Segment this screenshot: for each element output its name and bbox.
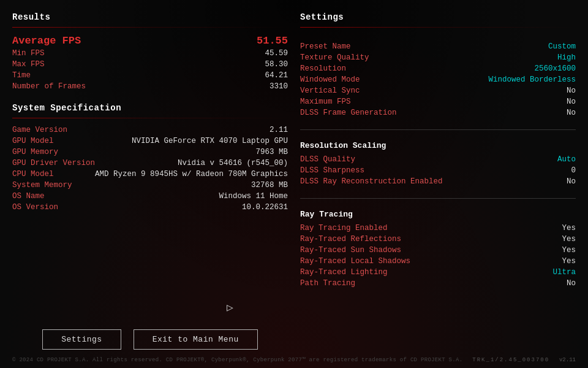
preset-label: DLSS Frame Generation xyxy=(300,109,397,117)
resolution-label: DLSS Quality xyxy=(300,155,355,164)
system-value: 2.11 xyxy=(270,126,288,134)
right-panel: Settings Preset Name Custom Texture Qual… xyxy=(300,12,576,362)
preset-value: Custom xyxy=(548,42,576,51)
preset-label: Windowed Mode xyxy=(300,75,360,84)
system-row: OS Version 10.0.22631 xyxy=(12,202,288,213)
result-row: Min FPS 45.59 xyxy=(12,48,288,59)
system-value: 10.0.22631 xyxy=(242,203,288,212)
exit-button[interactable]: Exit to Main Menu xyxy=(134,329,258,350)
raytracing-label: Ray Tracing Enabled xyxy=(300,224,388,232)
result-row: Max FPS 58.30 xyxy=(12,59,288,70)
raytracing-label: Ray-Traced Sun Shadows xyxy=(300,246,401,255)
result-value: 58.30 xyxy=(265,60,288,69)
system-row: CPU Model AMD Ryzen 9 8945HS w/ Radeon 7… xyxy=(12,169,288,180)
resolution-row: DLSS Sharpness 0 xyxy=(300,165,576,176)
system-row: OS Name Windows 11 Home xyxy=(12,191,288,202)
system-label: GPU Memory xyxy=(12,148,58,156)
system-label: Game Version xyxy=(12,126,67,134)
preset-row: Windowed Mode Windowed Borderless xyxy=(300,74,576,85)
result-label: Number of Frames xyxy=(12,82,86,91)
system-value: 7963 MB xyxy=(255,148,288,156)
resolution-label: DLSS Sharpness xyxy=(300,166,364,175)
resolution-label: DLSS Ray Reconstruction Enabled xyxy=(300,177,443,186)
settings-title: Settings xyxy=(300,12,576,22)
results-section: Results Average FPS 51.55 Min FPS 45.59 … xyxy=(12,12,288,92)
buttons-row: Settings Exit to Main Menu xyxy=(12,329,288,362)
preset-row: Maximum FPS No xyxy=(300,96,576,107)
resolution-value: Auto xyxy=(557,155,576,164)
system-label: CPU Model xyxy=(12,170,54,178)
preset-label: Preset Name xyxy=(300,42,351,51)
raytracing-value: Ultra xyxy=(552,268,576,277)
system-section: System Specification Game Version 2.11 G… xyxy=(12,103,288,213)
raytracing-row: Ray Tracing Enabled Yes xyxy=(300,223,576,234)
preset-row: Resolution 2560x1600 xyxy=(300,63,576,74)
results-title: Results xyxy=(12,12,288,22)
raytracing-label: Ray-Traced Reflections xyxy=(300,235,401,243)
results-rows: Min FPS 45.59 Max FPS 58.30 Time 64.21 N… xyxy=(12,48,288,92)
raytracing-row: Ray-Traced Local Shadows Yes xyxy=(300,256,576,267)
average-fps-row: Average FPS 51.55 xyxy=(12,34,288,48)
preset-row: Vertical Sync No xyxy=(300,85,576,96)
preset-value: High xyxy=(557,53,576,62)
preset-row: DLSS Frame Generation No xyxy=(300,107,576,118)
system-value: 32768 MB xyxy=(251,181,288,190)
resolution-scaling-section: Resolution Scaling DLSS Quality Auto DLS… xyxy=(300,141,576,187)
preset-label: Maximum FPS xyxy=(300,98,351,106)
system-label: OS Version xyxy=(12,203,58,212)
average-fps-value: 51.55 xyxy=(257,35,288,47)
preset-label: Vertical Sync xyxy=(300,86,360,95)
raytracing-label: Path Tracing xyxy=(300,279,355,288)
raytracing-label: Ray-Traced Local Shadows xyxy=(300,257,410,266)
raytracing-value: Yes xyxy=(562,224,576,232)
system-row: GPU Memory 7963 MB xyxy=(12,147,288,158)
raytracing-value: Yes xyxy=(562,235,576,243)
result-row: Number of Frames 3310 xyxy=(12,81,288,92)
resolution-value: No xyxy=(567,177,576,186)
preset-label: Texture Quality xyxy=(300,53,369,62)
preset-value: No xyxy=(567,109,576,117)
preset-row: Texture Quality High xyxy=(300,52,576,63)
average-fps-label: Average FPS xyxy=(12,35,81,47)
preset-row: Preset Name Custom xyxy=(300,41,576,52)
system-row: Game Version 2.11 xyxy=(12,125,288,136)
raytracing-row: Path Tracing No xyxy=(300,278,576,289)
resolution-row: DLSS Quality Auto xyxy=(300,154,576,165)
raytracing-section: Ray Tracing Ray Tracing Enabled Yes Ray-… xyxy=(300,210,576,289)
section-divider-2 xyxy=(300,198,576,199)
system-rows: Game Version 2.11 GPU Model NVIDIA GeFor… xyxy=(12,125,288,213)
resolution-row: DLSS Ray Reconstruction Enabled No xyxy=(300,176,576,187)
raytracing-row: Ray-Traced Reflections Yes xyxy=(300,234,576,245)
system-label: GPU Driver Version xyxy=(12,159,95,167)
result-label: Max FPS xyxy=(12,60,45,69)
preset-label: Resolution xyxy=(300,64,346,73)
system-row: GPU Model NVIDIA GeForce RTX 4070 Laptop… xyxy=(12,136,288,147)
system-value: NVIDIA GeForce RTX 4070 Laptop GPU xyxy=(132,137,288,145)
result-label: Time xyxy=(12,71,31,80)
resolution-title: Resolution Scaling xyxy=(300,141,576,150)
result-value: 3310 xyxy=(270,82,288,91)
settings-button[interactable]: Settings xyxy=(42,329,121,350)
preset-value: Windowed Borderless xyxy=(488,75,576,84)
system-label: OS Name xyxy=(12,192,45,201)
resolution-rows: DLSS Quality Auto DLSS Sharpness 0 DLSS … xyxy=(300,154,576,187)
system-row: System Memory 32768 MB xyxy=(12,180,288,191)
system-label: System Memory xyxy=(12,181,72,190)
raytracing-row: Ray-Traced Lighting Ultra xyxy=(300,267,576,278)
system-row: GPU Driver Version Nvidia v 54616 (r545_… xyxy=(12,158,288,169)
raytracing-value: Yes xyxy=(562,246,576,255)
section-divider-1 xyxy=(300,129,576,130)
system-value: Nvidia v 54616 (r545_00) xyxy=(178,159,288,167)
preset-value: 2560x1600 xyxy=(534,64,576,73)
raytracing-value: No xyxy=(567,279,576,288)
settings-header: Settings xyxy=(300,12,576,34)
result-value: 45.59 xyxy=(265,49,288,58)
result-label: Min FPS xyxy=(12,49,45,58)
system-value: AMD Ryzen 9 8945HS w/ Radeon 780M Graphi… xyxy=(95,170,288,178)
preset-rows: Preset Name Custom Texture Quality High … xyxy=(300,41,576,118)
left-panel: Results Average FPS 51.55 Min FPS 45.59 … xyxy=(12,12,288,362)
raytracing-title: Ray Tracing xyxy=(300,210,576,219)
cursor-icon: ▷ xyxy=(227,301,239,313)
result-row: Time 64.21 xyxy=(12,70,288,81)
system-value: Windows 11 Home xyxy=(219,192,288,201)
